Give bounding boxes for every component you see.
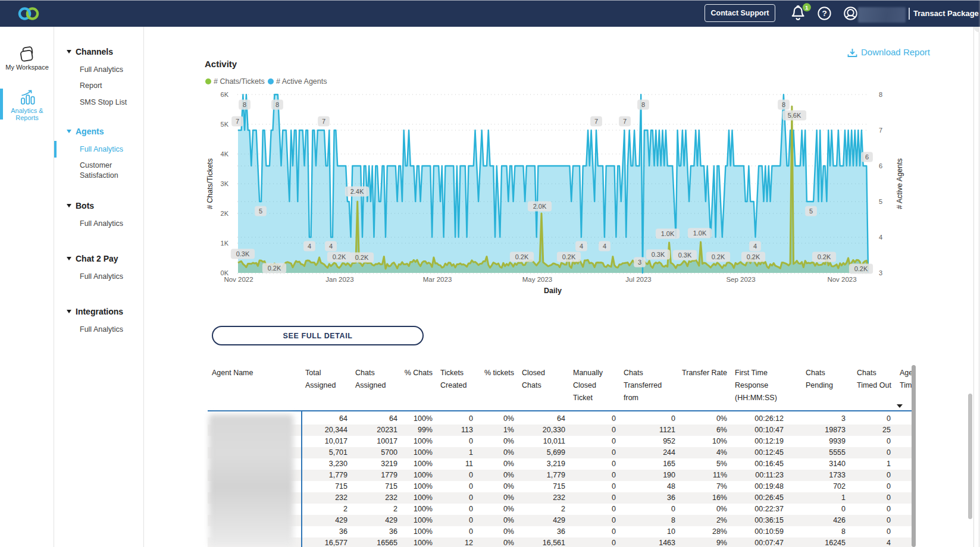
svg-text:Nov 2023: Nov 2023 — [827, 276, 856, 283]
svg-text:0.2K: 0.2K — [562, 253, 576, 260]
svg-text:6: 6 — [879, 162, 882, 169]
svg-text:4: 4 — [329, 243, 333, 250]
svg-text:4: 4 — [308, 243, 311, 250]
svg-text:8: 8 — [782, 101, 785, 108]
svg-text:0.2K: 0.2K — [712, 253, 725, 260]
svg-text:# Active Agents: # Active Agents — [896, 158, 904, 209]
svg-text:?: ? — [822, 9, 826, 18]
svg-text:5: 5 — [879, 198, 882, 205]
svg-text:1K: 1K — [221, 240, 229, 247]
svg-text:Jan 2023: Jan 2023 — [325, 276, 353, 283]
svg-text:Nov 2022: Nov 2022 — [224, 276, 253, 283]
svg-text:4: 4 — [753, 243, 757, 250]
svg-text:0.3K: 0.3K — [652, 251, 665, 258]
svg-text:5K: 5K — [221, 121, 229, 128]
svg-text:0.2K: 0.2K — [515, 253, 529, 260]
svg-text:4: 4 — [879, 234, 882, 241]
svg-text:3K: 3K — [221, 180, 229, 187]
svg-text:Jul 2023: Jul 2023 — [625, 276, 651, 283]
svg-text:6K: 6K — [221, 91, 229, 98]
svg-text:7: 7 — [879, 127, 882, 134]
svg-text:0.2K: 0.2K — [818, 253, 831, 260]
svg-text:0.3K: 0.3K — [678, 252, 692, 259]
svg-text:4: 4 — [580, 243, 583, 250]
svg-text:3: 3 — [879, 269, 882, 276]
svg-text:1.0K: 1.0K — [661, 230, 675, 237]
svg-text:2.0K: 2.0K — [533, 203, 547, 210]
svg-text:0.2K: 0.2K — [355, 254, 369, 261]
svg-text:0.2K: 0.2K — [333, 253, 346, 260]
svg-text:6: 6 — [865, 153, 869, 161]
svg-text:7: 7 — [322, 118, 325, 125]
svg-text:# Chats/Tickets: # Chats/Tickets — [206, 158, 214, 209]
svg-text:Mar 2023: Mar 2023 — [423, 276, 452, 283]
svg-text:5.6K: 5.6K — [788, 112, 801, 119]
svg-text:5: 5 — [809, 208, 813, 215]
svg-text:0.3K: 0.3K — [236, 250, 250, 257]
svg-text:Sep 2023: Sep 2023 — [726, 276, 755, 283]
svg-text:4: 4 — [603, 243, 606, 250]
svg-text:Daily: Daily — [544, 287, 562, 295]
svg-text:May 2023: May 2023 — [522, 276, 553, 283]
svg-text:4K: 4K — [221, 150, 229, 158]
svg-text:7: 7 — [594, 118, 598, 125]
svg-text:5: 5 — [259, 208, 262, 215]
svg-text:7: 7 — [236, 118, 239, 125]
svg-text:0.2K: 0.2K — [268, 265, 281, 272]
svg-text:3: 3 — [638, 259, 641, 266]
svg-text:8: 8 — [879, 91, 882, 98]
svg-text:7: 7 — [623, 118, 627, 125]
svg-text:2.4K: 2.4K — [350, 188, 364, 195]
svg-text:8: 8 — [641, 101, 645, 108]
svg-text:1: 1 — [805, 4, 809, 11]
svg-text:0.2K: 0.2K — [747, 253, 760, 260]
svg-text:1.0K: 1.0K — [693, 230, 707, 237]
svg-text:8: 8 — [275, 101, 279, 108]
svg-text:0.2K: 0.2K — [854, 265, 868, 272]
svg-text:8: 8 — [243, 101, 246, 108]
svg-text:2K: 2K — [221, 210, 229, 217]
